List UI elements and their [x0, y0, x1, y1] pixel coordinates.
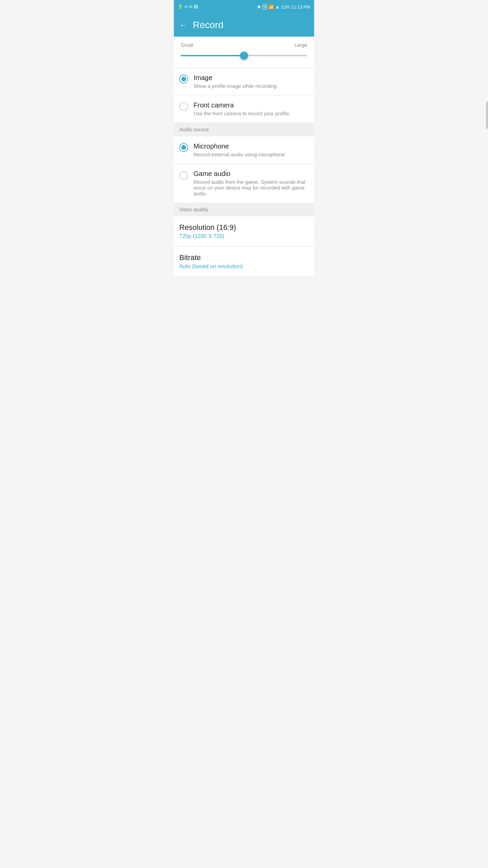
resolution-setting[interactable]: Resolution (16:9) 720p (1280 X 720)	[174, 216, 314, 246]
game-audio-radio-button[interactable]	[179, 171, 188, 180]
slider-label-small: Small	[181, 42, 194, 48]
image-option-title: Image	[194, 74, 309, 82]
image-radio-button[interactable]	[179, 75, 188, 83]
front-camera-radio-button[interactable]	[179, 102, 188, 111]
image-icon: 🖼	[194, 4, 198, 9]
time-display: 11:13 PM	[291, 4, 310, 9]
microphone-option-title: Microphone	[194, 142, 309, 150]
slider-thumb[interactable]	[240, 52, 248, 60]
game-audio-option-content: Game audio Record audio from the game. S…	[194, 170, 309, 196]
page-title: Record	[193, 20, 223, 31]
battery-percentage: 12%	[281, 4, 290, 9]
slider-track	[181, 55, 307, 56]
size-slider[interactable]	[181, 51, 307, 61]
bitrate-setting[interactable]: Bitrate Auto (based on resolution)	[174, 246, 314, 276]
front-camera-option[interactable]: Front camera Use the front camera to rec…	[174, 95, 314, 122]
slider-labels: Small Large	[181, 42, 307, 48]
app-bar: ← Record	[174, 14, 314, 37]
image-option[interactable]: Image Show a profile image while recordi…	[174, 68, 314, 95]
game-audio-option-subtitle: Record audio from the game. System sound…	[194, 179, 309, 196]
resolution-value: 720p (1280 X 720)	[179, 233, 309, 239]
microphone-option[interactable]: Microphone Record external audio using m…	[174, 136, 314, 163]
email-icon: ✉	[189, 4, 192, 9]
microphone-option-subtitle: Record external audio using microphone.	[194, 152, 309, 157]
game-audio-option[interactable]: Game audio Record audio from the game. S…	[174, 164, 314, 202]
microphone-option-content: Microphone Record external audio using m…	[194, 142, 309, 157]
size-slider-section: Small Large	[174, 37, 314, 67]
status-icons-right: ✱ N 📶 ▲ 12% 11:13 PM	[257, 4, 310, 9]
audio-source-label: Audio source	[179, 126, 209, 132]
status-icons-left: 🔋 ⊖ ✉ 🖼	[178, 4, 198, 9]
slider-fill	[181, 55, 244, 56]
resolution-title: Resolution (16:9)	[179, 223, 309, 232]
signal-icon: ▲	[275, 4, 280, 9]
front-camera-option-title: Front camera	[194, 101, 309, 109]
do-not-disturb-icon: ⊖	[184, 4, 188, 9]
bluetooth-icon: ✱	[257, 4, 261, 9]
front-camera-option-subtitle: Use the front camera to record your prof…	[194, 111, 309, 116]
microphone-radio-button[interactable]	[179, 143, 188, 152]
bitrate-value: Auto (based on resolution)	[179, 263, 309, 270]
nfc-icon: N	[262, 4, 267, 9]
image-option-subtitle: Show a profile image while recording.	[194, 83, 309, 89]
battery-low-icon: 🔋	[178, 4, 183, 9]
status-bar: 🔋 ⊖ ✉ 🖼 ✱ N 📶 ▲ 12% 11:13 PM	[174, 0, 314, 14]
wifi-icon: 📶	[268, 4, 274, 9]
bitrate-title: Bitrate	[179, 253, 309, 262]
audio-source-section-header: Audio source	[174, 122, 314, 136]
slider-label-large: Large	[294, 42, 307, 48]
video-quality-label: Video quality	[179, 206, 208, 212]
game-audio-option-title: Game audio	[194, 170, 309, 178]
video-quality-section-header: Video quality	[174, 202, 314, 216]
back-button[interactable]: ←	[179, 20, 187, 30]
image-option-content: Image Show a profile image while recordi…	[194, 74, 309, 89]
front-camera-option-content: Front camera Use the front camera to rec…	[194, 101, 309, 116]
